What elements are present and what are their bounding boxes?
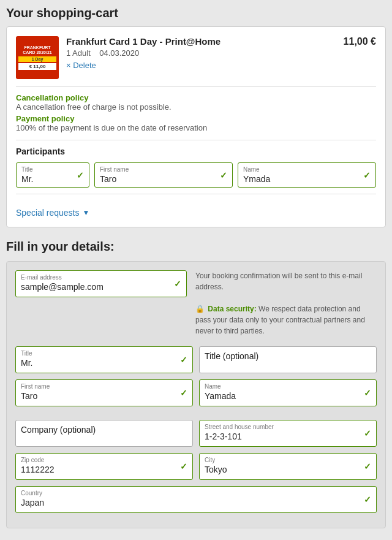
- participants-title: Participants: [16, 146, 376, 156]
- fill-details-title: Fill in your details:: [6, 240, 386, 254]
- divider-2: [16, 140, 376, 140]
- cart-item-details: Frankfurt Card 1 Day - Print@Home 1 Adul…: [66, 36, 336, 70]
- country-field[interactable]: Country Japan ✓: [15, 486, 377, 513]
- title-value: Mr.: [21, 358, 32, 368]
- participant-name-value: Ymada: [243, 174, 270, 184]
- zipcode-value: 1112222: [21, 465, 55, 474]
- participants-row: Title Mr. ✓ First name Taro ✓ Name Ymada…: [16, 162, 376, 188]
- title-check: ✓: [180, 355, 187, 365]
- email-label: E-mail address: [21, 274, 168, 281]
- title-optional-field[interactable]: Title (optional): [199, 346, 377, 373]
- participant-title-label: Title: [21, 166, 84, 173]
- participant-name-check: ✓: [363, 170, 371, 180]
- policy-section: Cancellation policy A cancellation free …: [16, 93, 376, 132]
- street-field[interactable]: Street and house number 1-2-3-101 ✓: [199, 420, 377, 447]
- data-security-label: Data security:: [208, 305, 256, 313]
- participant-name-label: Name: [243, 166, 371, 173]
- name-field[interactable]: Name Yamada ✓: [199, 379, 377, 406]
- email-row: E-mail address sample@sample.com ✓ Your …: [15, 270, 377, 337]
- chevron-down-icon: ▼: [83, 208, 90, 217]
- divider-3: [16, 194, 376, 194]
- street-check: ✓: [364, 428, 371, 438]
- cancellation-policy-title: Cancellation policy: [16, 93, 376, 102]
- cancellation-policy-text: A cancellation free of charge is not pos…: [16, 102, 376, 112]
- firstname-value: Taro: [21, 391, 37, 401]
- shopping-cart-title: Your shopping-cart: [6, 6, 386, 20]
- payment-policy-title: Payment policy: [16, 114, 376, 123]
- participant-firstname-check: ✓: [220, 170, 227, 180]
- cart-item-name: Frankfurt Card 1 Day - Print@Home: [66, 36, 336, 47]
- delete-link[interactable]: × Delete: [66, 61, 96, 70]
- cart-image-badge: 1 Day: [18, 56, 56, 62]
- street-label: Street and house number: [205, 424, 358, 430]
- title-label: Title: [21, 350, 174, 357]
- special-requests-label: Special requests: [16, 208, 80, 218]
- email-info-text: Your booking confirmation will be sent t…: [195, 270, 377, 337]
- city-field[interactable]: City Tokyo ✓: [199, 453, 377, 480]
- shopping-cart-section: Your shopping-cart FRANKFURT CARD 2020/2…: [6, 6, 386, 227]
- participant-name-field[interactable]: Name Ymada ✓: [238, 162, 376, 188]
- zipcode-field[interactable]: Zip code 1112222 ✓: [15, 453, 193, 480]
- form-row-5: Country Japan ✓: [15, 486, 377, 513]
- participant-title-check: ✓: [77, 170, 84, 180]
- name-value: Yamada: [205, 391, 236, 401]
- firstname-field[interactable]: First name Taro ✓: [15, 379, 193, 406]
- payment-policy-text: 100% of the payment is due on the date o…: [16, 123, 376, 132]
- participants-section: Participants Title Mr. ✓ First name Taro…: [16, 146, 376, 188]
- email-check: ✓: [174, 279, 181, 289]
- firstname-check: ✓: [180, 388, 187, 398]
- cart-item-meta: 1 Adult 04.03.2020: [66, 48, 336, 58]
- participant-title-value: Mr.: [21, 174, 33, 184]
- city-check: ✓: [364, 462, 371, 471]
- form-row-3: Company (optional) Street and house numb…: [15, 420, 377, 447]
- country-label: Country: [21, 490, 358, 496]
- country-check: ✓: [364, 495, 371, 504]
- company-value: Company (optional): [21, 425, 96, 435]
- street-value: 1-2-3-101: [205, 432, 242, 441]
- fill-details-section: Fill in your details: E-mail address sam…: [6, 237, 386, 528]
- email-confirmation-text: Your booking confirmation will be sent t…: [195, 272, 362, 291]
- cart-item-adults: 1 Adult: [66, 48, 91, 58]
- name-label: Name: [205, 383, 358, 390]
- email-field[interactable]: E-mail address sample@sample.com ✓: [15, 270, 187, 297]
- company-field[interactable]: Company (optional): [15, 420, 193, 447]
- title-optional-value: Title (optional): [205, 351, 258, 361]
- form-row-4: Zip code 1112222 ✓ City Tokyo ✓: [15, 453, 377, 480]
- form-row-1: Title Mr. ✓ Title (optional): [15, 346, 377, 373]
- cart-item: FRANKFURT CARD 2020/21 1 Day € 11,00 Fra…: [16, 36, 376, 79]
- cart-image-price: € 11,00: [18, 63, 56, 70]
- special-requests-button[interactable]: Special requests ▼: [16, 208, 89, 218]
- cart-item-date: 04.03.2020: [99, 48, 139, 58]
- zipcode-label: Zip code: [21, 457, 174, 463]
- participant-title-field[interactable]: Title Mr. ✓: [16, 162, 89, 188]
- email-value: sample@sample.com: [21, 282, 104, 292]
- city-label: City: [205, 457, 358, 463]
- firstname-label: First name: [21, 383, 174, 390]
- title-field[interactable]: Title Mr. ✓: [15, 346, 193, 373]
- cart-image-text: FRANKFURT CARD 2020/21: [23, 45, 51, 56]
- form-row-2: First name Taro ✓ Name Yamada ✓: [15, 379, 377, 406]
- separator-1: [15, 413, 377, 420]
- participant-firstname-label: First name: [100, 166, 227, 173]
- details-inner: E-mail address sample@sample.com ✓ Your …: [6, 261, 386, 528]
- participant-firstname-value: Taro: [100, 174, 116, 184]
- email-field-wrap: E-mail address sample@sample.com ✓: [15, 270, 187, 297]
- cart-box: FRANKFURT CARD 2020/21 1 Day € 11,00 Fra…: [6, 26, 386, 227]
- lock-icon: 🔒: [195, 305, 205, 313]
- cart-item-price: 11,00 €: [344, 36, 376, 47]
- city-value: Tokyo: [205, 465, 227, 474]
- cart-item-image: FRANKFURT CARD 2020/21 1 Day € 11,00: [16, 36, 59, 79]
- name-check: ✓: [364, 388, 371, 398]
- zipcode-check: ✓: [180, 462, 187, 471]
- divider-1: [16, 86, 376, 87]
- participant-firstname-field[interactable]: First name Taro ✓: [94, 162, 233, 188]
- country-value: Japan: [21, 498, 44, 508]
